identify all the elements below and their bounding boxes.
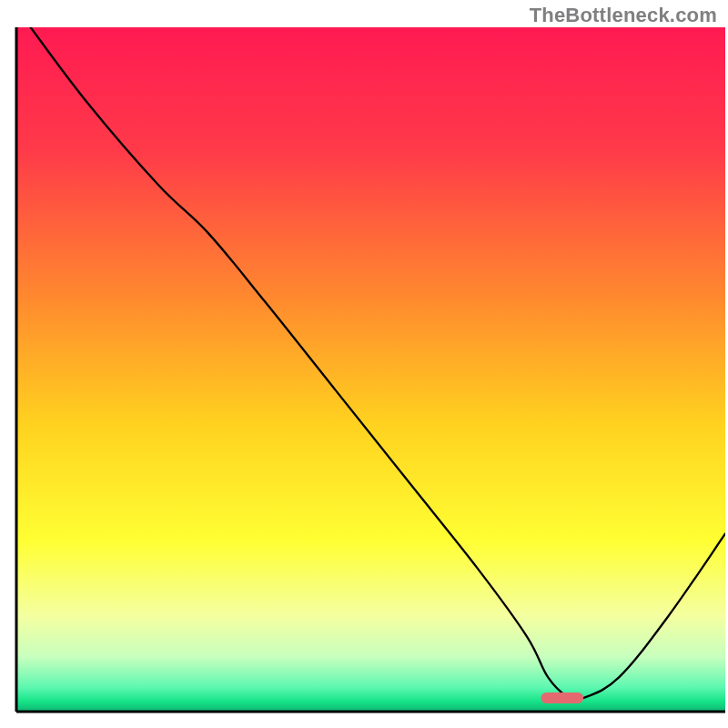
- bottleneck-chart: [0, 0, 728, 728]
- optimal-marker: [541, 693, 583, 703]
- chart-stage: TheBottleneck.com: [0, 0, 728, 728]
- watermark-text: TheBottleneck.com: [530, 4, 717, 27]
- gradient-background: [16, 27, 725, 712]
